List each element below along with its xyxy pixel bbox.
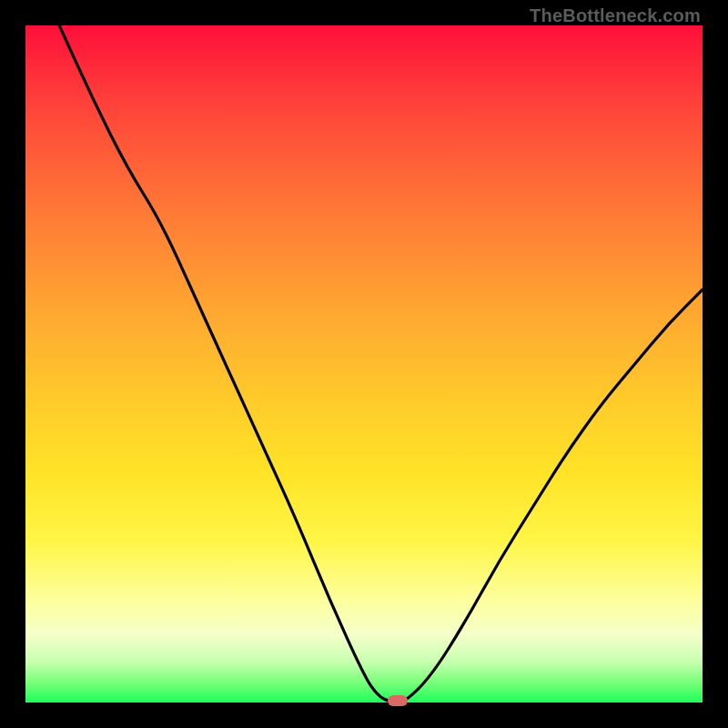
minimum-marker [388,695,408,706]
chart-frame: TheBottleneck.com [0,0,728,728]
bottleneck-curve [25,25,703,703]
watermark-label: TheBottleneck.com [530,5,701,26]
plot-area [25,25,703,703]
curve-path [59,25,703,703]
